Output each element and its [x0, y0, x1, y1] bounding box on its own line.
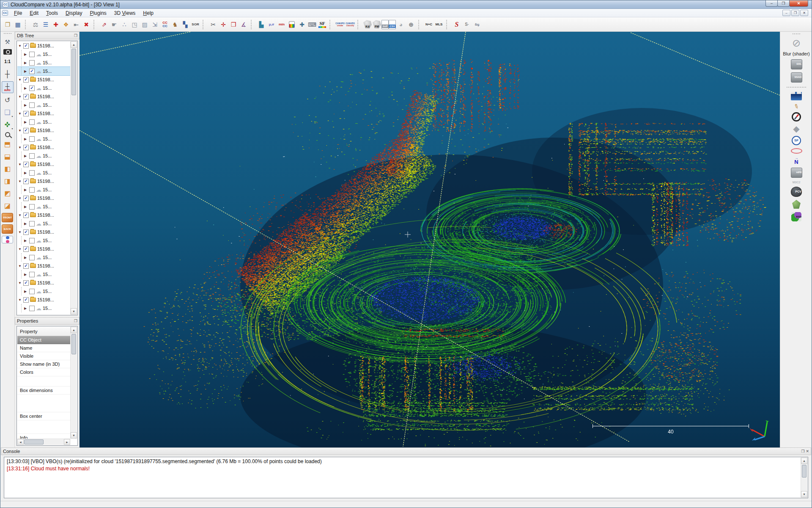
- expander-icon[interactable]: ▼: [18, 179, 23, 183]
- scroll-down-icon[interactable]: ▼: [71, 308, 77, 315]
- tree-row[interactable]: ▼✓15198...: [17, 92, 70, 101]
- edl-shader-icon[interactable]: EDL: [791, 59, 802, 69]
- visibility-checkbox[interactable]: [29, 187, 35, 193]
- translate-rotate-icon[interactable]: ✛: [218, 19, 228, 30]
- visibility-checkbox[interactable]: [29, 306, 35, 311]
- float-panel-icon[interactable]: ❐: [74, 33, 77, 38]
- screenshot-camera-icon[interactable]: [3, 49, 12, 55]
- visibility-checkbox[interactable]: ✓: [23, 179, 29, 184]
- point-picking-icon[interactable]: ✚: [51, 19, 61, 30]
- normals-compute-icon[interactable]: N+C: [424, 19, 434, 30]
- property-spacer-row[interactable]: [17, 420, 70, 434]
- kd-tree-icon[interactable]: Kd: [363, 20, 372, 29]
- visibility-checkbox[interactable]: ✓: [23, 162, 29, 167]
- expander-icon[interactable]: ▼: [18, 264, 23, 268]
- tree-row[interactable]: ▶☁15...: [17, 202, 70, 211]
- properties-vscrollbar[interactable]: ▲ ▼: [70, 327, 77, 439]
- tree-row[interactable]: ▼✓15198...: [17, 262, 70, 270]
- console-scrollbar[interactable]: ▲ ▼: [801, 458, 807, 497]
- visibility-checkbox[interactable]: [29, 136, 35, 142]
- expander-icon[interactable]: ▼: [18, 281, 23, 285]
- tree-row[interactable]: ▼✓15198...: [17, 245, 70, 253]
- db-tree-scrollbar[interactable]: ▲ ▼: [70, 41, 77, 315]
- sample-points-icon[interactable]: ♞: [170, 19, 180, 30]
- scrollbar-thumb[interactable]: [71, 49, 76, 95]
- expander-icon[interactable]: ▼: [18, 95, 23, 99]
- property-row[interactable]: Box center: [17, 412, 70, 420]
- sor-filter-icon[interactable]: SOR: [190, 19, 200, 30]
- open-icon[interactable]: ❐: [3, 19, 13, 30]
- tree-row[interactable]: ▼✓15198...: [17, 295, 70, 304]
- scrollbar-thumb[interactable]: [24, 439, 44, 444]
- no-shader-icon[interactable]: ⊘: [792, 38, 801, 48]
- shp-file-icon[interactable]: SHP: [381, 20, 389, 29]
- expander-icon[interactable]: ▼: [18, 196, 23, 200]
- tree-row[interactable]: ▶☁15...: [17, 58, 70, 67]
- expander-icon[interactable]: ▶: [24, 222, 29, 226]
- visibility-checkbox[interactable]: ✓: [23, 43, 29, 49]
- chessboard-icon[interactable]: ▚: [180, 19, 190, 30]
- expander-icon[interactable]: ▼: [18, 78, 23, 82]
- compass-icon[interactable]: [792, 112, 801, 121]
- close-panel-icon[interactable]: ✕: [806, 449, 809, 453]
- view-bottom-icon[interactable]: ⬓: [2, 152, 14, 162]
- spline-points-icon[interactable]: S∙: [462, 19, 472, 30]
- cross-section-icon[interactable]: ▨: [140, 19, 150, 30]
- histogram-icon[interactable]: ▙: [256, 19, 266, 30]
- unroll-icon[interactable]: ⇲: [150, 19, 160, 30]
- expander-icon[interactable]: ▼: [18, 129, 23, 133]
- expander-icon[interactable]: ▶: [24, 306, 29, 310]
- globe-icon[interactable]: ⊕: [406, 19, 416, 30]
- tree-row[interactable]: ▶✓☁15...: [17, 84, 70, 92]
- visibility-checkbox[interactable]: [29, 289, 35, 294]
- mdi-minimize-button[interactable]: –: [782, 10, 790, 16]
- tree-row[interactable]: ▶☁15...: [17, 287, 70, 295]
- mdi-restore-button[interactable]: ❐: [791, 10, 799, 16]
- property-spacer-row[interactable]: [17, 395, 70, 412]
- property-spacer-row[interactable]: [17, 376, 70, 387]
- expander-icon[interactable]: ▶: [24, 171, 29, 175]
- visibility-checkbox[interactable]: [29, 272, 35, 277]
- tree-row[interactable]: ▶☁15...: [17, 304, 70, 312]
- visibility-checkbox[interactable]: [29, 119, 35, 125]
- expander-icon[interactable]: ▶: [24, 61, 29, 65]
- rsd-icon[interactable]: RSD: [791, 212, 801, 221]
- add-scalar-field-icon[interactable]: ✚: [297, 19, 307, 30]
- expander-icon[interactable]: ▶: [24, 290, 29, 293]
- expander-icon[interactable]: ▼: [18, 112, 23, 116]
- tree-row[interactable]: ▼✓15198...: [17, 160, 70, 168]
- zoom-magnifier-icon[interactable]: [5, 132, 10, 137]
- visibility-checkbox[interactable]: ✓: [23, 94, 29, 99]
- pcv-icon[interactable]: PCV: [791, 187, 802, 197]
- scrollbar-thumb[interactable]: [71, 334, 76, 354]
- menu-3d-views[interactable]: 3D Views: [110, 9, 140, 17]
- visibility-checkbox[interactable]: [29, 170, 35, 176]
- facets-icon[interactable]: FM: [372, 20, 381, 29]
- expander-icon[interactable]: ▶: [24, 205, 29, 209]
- visibility-checkbox[interactable]: ✓: [23, 196, 29, 201]
- expander-icon[interactable]: ▶: [24, 103, 29, 107]
- tree-row[interactable]: ▶☁15...: [17, 219, 70, 228]
- expander-icon[interactable]: ▶: [24, 52, 29, 56]
- point-pair-align-icon[interactable]: ∡: [239, 19, 249, 30]
- expander-icon[interactable]: ▶: [24, 273, 29, 276]
- visibility-checkbox[interactable]: [29, 102, 35, 108]
- fine-registration-icon[interactable]: ☛: [109, 19, 119, 30]
- sf-tools-icon[interactable]: SF: [792, 136, 801, 145]
- global-shift-icon[interactable]: ⚖: [30, 19, 41, 30]
- segment-icon[interactable]: ◳: [129, 19, 140, 30]
- properties-hscrollbar[interactable]: ◄ ►: [17, 439, 70, 445]
- ssao-shader-icon[interactable]: SSAO: [791, 72, 802, 83]
- delete-icon[interactable]: ✖: [81, 19, 91, 30]
- visibility-checkbox[interactable]: ✓: [23, 128, 29, 133]
- view-top-icon[interactable]: ⬒: [2, 139, 14, 149]
- tree-row[interactable]: ▶✓☁15...: [17, 67, 70, 75]
- scroll-left-icon[interactable]: ◄: [17, 439, 24, 445]
- ellipse-tool-icon[interactable]: [791, 148, 802, 154]
- property-row[interactable]: Visible: [17, 352, 70, 360]
- visibility-checkbox[interactable]: [29, 52, 35, 57]
- expander-icon[interactable]: ▶: [24, 239, 29, 243]
- visibility-checkbox[interactable]: ✓: [29, 86, 35, 91]
- mdi-child-icon[interactable]: CC: [2, 10, 8, 16]
- rotate-view-icon[interactable]: ↺: [2, 95, 14, 105]
